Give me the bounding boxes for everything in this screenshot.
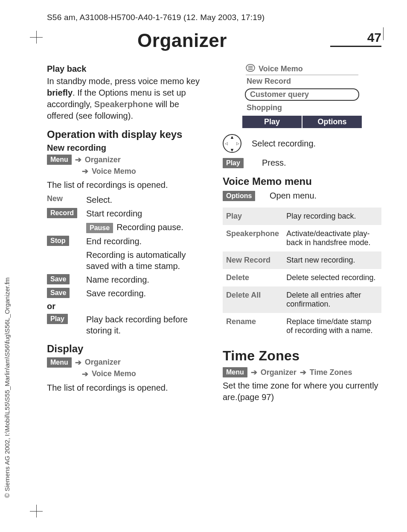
arrow-icon: ➔: [82, 369, 88, 379]
phone-item-customer-query[interactable]: Customer query: [245, 88, 359, 101]
playback-heading: Play back: [47, 64, 206, 74]
record-key[interactable]: Record: [47, 208, 77, 218]
step-key-stop: Stop: [47, 236, 78, 247]
or-label: or: [47, 301, 206, 311]
cell-val: Delete all entries after con­firmation.: [283, 286, 381, 313]
time-zones-heading: Time Zones: [223, 348, 381, 364]
text: Recording pause.: [116, 222, 183, 232]
nav-path-1b: ➔ Voice Memo: [82, 167, 206, 176]
cell-key: Play: [223, 208, 283, 225]
arrow-icon: ➔: [300, 368, 306, 377]
nav-path-2: Menu ➔ Organizer: [47, 357, 206, 368]
menu-key[interactable]: Menu: [47, 357, 72, 368]
step-key-save2: Save: [47, 288, 78, 299]
nav-path-tz: Menu ➔ Organizer ➔ Time Zones: [223, 367, 381, 377]
table-row: New RecordStart new recording.: [223, 251, 381, 269]
cell-key: Rename: [223, 313, 283, 339]
table-row: Speaker­phoneActivate/deactivate play­ba…: [223, 225, 381, 251]
side-copyright: © Siemens AG 2002, I:\Mobil\L55\S55_Marl…: [3, 71, 12, 498]
play-key[interactable]: Play: [223, 158, 244, 168]
running-header: S56 am, A31008-H5700-A40-1-7619 (12. May…: [47, 13, 381, 22]
dpad-icon[interactable]: ◁▷: [223, 134, 241, 153]
cell-val: Play recording back.: [283, 208, 381, 225]
nav-organizer: Organizer: [85, 155, 121, 164]
select-recording-text: Select recording.: [252, 138, 316, 149]
step-play: Play Play back recording before storing …: [47, 314, 206, 336]
step-stop: Stop End recording.: [47, 236, 206, 247]
play-key[interactable]: Play: [47, 314, 68, 324]
page-title: Organizer: [47, 30, 317, 51]
press-row: Play Press.: [223, 157, 381, 169]
table-row: Delete AllDelete all entries after con­f…: [223, 286, 381, 313]
new-recording-heading: New recording: [47, 143, 206, 153]
cell-val: Start new recording.: [283, 251, 381, 269]
save-key[interactable]: Save: [47, 274, 70, 284]
save-key[interactable]: Save: [47, 288, 70, 298]
cell-val: Activate/deactivate play­back in handsfr…: [283, 225, 381, 251]
time-zones-body: Set the time zone for where you cur­rent…: [223, 380, 381, 403]
crop-mark-r: [383, 27, 384, 40]
table-row: RenameReplace time/date stamp of recordi…: [223, 313, 381, 339]
step-desc: Save recording.: [86, 288, 206, 299]
nav-voice-memo: Voice Memo: [92, 369, 136, 378]
title-rule: 47: [330, 46, 381, 47]
phone-title-row: Voice Memo: [242, 62, 362, 75]
step-key-spacer: [47, 222, 78, 233]
nav-path-2b: ➔ Voice Memo: [82, 369, 206, 379]
arrow-icon: ➔: [82, 167, 88, 176]
step-desc: End recording.: [86, 236, 206, 247]
voice-memo-menu-heading: Voice Memo menu: [223, 175, 381, 187]
cell-val: Delete selected recording.: [283, 269, 381, 286]
step-record: Record Start recording: [47, 208, 206, 219]
list-opened-text-2: The list of recordings is opened.: [47, 382, 206, 394]
table-row: PlayPlay recording back.: [223, 208, 381, 225]
menu-key[interactable]: Menu: [47, 155, 72, 165]
phone-screen: Voice Memo New Record Customer query Sho…: [242, 62, 362, 128]
nav-organizer: Organizer: [261, 368, 297, 377]
step-desc: Select.: [86, 194, 206, 205]
playback-body: In standby mode, press voice memo key br…: [47, 76, 206, 122]
step-key-record: Record: [47, 208, 78, 219]
softkey-options[interactable]: Options: [302, 116, 362, 128]
nav-organizer: Organizer: [85, 358, 121, 367]
crop-mark-bl: [30, 505, 43, 517]
list-icon: [246, 64, 255, 74]
menu-key[interactable]: Menu: [223, 367, 247, 377]
text: In standby mode, press voice memo key: [47, 76, 200, 86]
phone-item-new-record[interactable]: New Record: [242, 75, 362, 88]
arrow-icon: ➔: [75, 358, 81, 367]
step-desc: Recording is automatically saved with a …: [86, 249, 206, 272]
step-key-save1: Save: [47, 274, 78, 285]
arrow-icon: ➔: [75, 155, 81, 164]
nav-time-zones: Time Zones: [310, 368, 352, 377]
step-desc: Start recording: [86, 208, 206, 219]
phone-item-shopping[interactable]: Shopping: [242, 102, 362, 114]
right-column: Voice Memo New Record Customer query Sho…: [223, 62, 381, 403]
stop-key[interactable]: Stop: [47, 236, 69, 246]
step-desc: PauseRecording pause.: [86, 222, 206, 233]
nav-voice-memo: Voice Memo: [92, 167, 136, 176]
step-stop2: Recording is automatically saved with a …: [47, 249, 206, 272]
phone-title: Voice Memo: [259, 64, 303, 73]
voice-memo-menu-table: PlayPlay recording back. Speaker­phoneAc…: [223, 208, 381, 339]
step-save1: Save Name recording.: [47, 274, 206, 285]
nav-path-1: Menu ➔ Organizer: [47, 155, 206, 165]
phone-softkey-row: Play Options: [242, 116, 362, 128]
press-text: Press.: [262, 157, 286, 169]
pause-key[interactable]: Pause: [86, 223, 113, 233]
softkey-play[interactable]: Play: [242, 116, 302, 128]
operation-heading: Operation with display keys: [47, 129, 206, 140]
display-heading: Display: [47, 343, 206, 355]
options-key[interactable]: Options: [223, 191, 255, 201]
list-opened-text: The list of recordings is opened.: [47, 179, 206, 191]
step-new: New Select.: [47, 194, 206, 205]
cell-key: New Record: [223, 251, 283, 269]
cell-val: Replace time/date stamp of recording wit…: [283, 313, 381, 339]
table-row: DeleteDelete selected recording.: [223, 269, 381, 286]
cell-key: Delete: [223, 269, 283, 286]
page: © Siemens AG 2002, I:\Mobil\L55\S55_Marl…: [0, 0, 407, 532]
step-key-new: New: [47, 194, 78, 205]
step-desc: Name recording.: [86, 274, 206, 285]
title-row: Organizer 47: [47, 30, 381, 51]
step-key-spacer: [47, 249, 78, 272]
